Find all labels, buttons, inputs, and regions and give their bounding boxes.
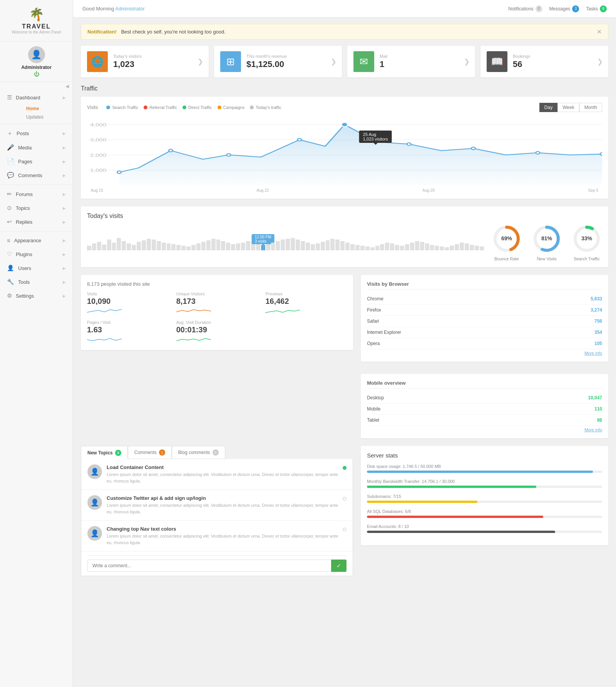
sidebar-label-tools: Tools [18,279,63,285]
topic-body-1: Load Container Content Lorem ipsum dolor… [107,464,338,484]
tab-comments[interactable]: Comments 1 [128,446,172,459]
sidebar-item-settings[interactable]: ⚙ Settings ▶ [0,289,73,303]
replies-icon: ↩ [7,218,12,225]
today-bar [326,240,330,250]
dashboard-icon: ☰ [7,94,12,101]
sidebar-label-plugins: Plugins [16,251,63,257]
referral-dot [144,106,147,109]
chevron-right-icon: ▶ [63,206,66,210]
legend-campaigns-label: Campaigns [223,105,245,110]
mail-arrow[interactable]: ❯ [464,57,470,66]
svg-text:3,000: 3,000 [90,137,106,142]
topic-title-2: Customize Twitter api & add sign up/logi… [107,495,338,501]
today-bar [400,246,404,250]
bookings-arrow[interactable]: ❯ [597,57,603,66]
sidebar-item-media[interactable]: 🎤 Media ▶ [0,141,73,154]
period-month-button[interactable]: Month [579,103,602,112]
today-bar [236,243,240,250]
search-traffic-label: Search Traffic [574,256,600,261]
power-icon[interactable]: ⏻ [34,71,39,77]
legend-direct-label: Direct Traffic [188,105,212,110]
opera-name: Opera [367,341,380,346]
today-bar [191,245,196,250]
visits-sparkline [87,307,122,314]
mobile-count: 110 [594,406,602,412]
chevron-right-icon: ▶ [63,252,66,256]
mobile-tablet: Tablet 86 [367,415,602,426]
today-bar [221,241,225,250]
sidebar-item-posts[interactable]: ＋ Posts ▶ [0,126,73,141]
visitors-arrow[interactable]: ❯ [198,57,203,66]
today-bar [92,243,96,250]
sidebar-item-topics[interactable]: ⊙ Topics ▶ [0,201,73,215]
subdomains-label: Subdomains: 7/15 [367,494,602,499]
today-bar [420,242,424,250]
forums-icon: ✏ [7,191,12,198]
right-panel: Visits by Browser Chrome 5,633 Firefox 3… [361,275,608,438]
comment-input[interactable] [87,560,331,572]
messages-badge[interactable]: Messages 3 [549,5,579,12]
tab-blog-comments[interactable]: Blog comments 0 [172,446,225,459]
browser-opera: Opera 105 [367,338,602,349]
firefox-name: Firefox [367,307,381,313]
today-bar [231,244,235,250]
mail-info: Mail 1 [380,54,387,69]
notification-close-button[interactable]: ✕ [597,28,602,35]
period-day-button[interactable]: Day [539,103,557,112]
server-stat-email: Email Accounts: 8 / 10 [367,524,602,533]
bookings-icon: 📖 [487,51,507,72]
traffic-chart: 4,000 3,000 2,000 1,000 [87,116,602,185]
sidebar-collapse-btn[interactable]: ◀ [65,84,69,89]
sidebar-item-updates[interactable]: Updates [13,113,73,121]
today-bar [196,243,201,250]
sidebar-item-tools[interactable]: 🔧 Tools ▶ [0,275,73,289]
revenue-arrow[interactable]: ❯ [331,57,336,66]
today-bar [132,245,136,250]
safari-count: 756 [594,318,602,324]
period-buttons: Day Week Month [539,103,602,112]
comments-label: Comments [134,450,157,455]
sidebar-label-forums: Forums [16,191,63,197]
sidebar-item-users[interactable]: 👤 Users ▶ [0,261,73,275]
sidebar-item-replies[interactable]: ↩ Replies ▶ [0,215,73,229]
browser-more-link[interactable]: More info [367,351,602,355]
tooltip-date: 25 Aug [363,132,388,137]
sidebar-avatar: 👤 Administrator ⏻ [0,42,73,82]
visitors-label: Today's visitors [113,54,142,59]
period-week-button[interactable]: Week [557,103,579,112]
comments-icon: 💬 [7,172,14,179]
sidebar-item-forums[interactable]: ✏ Forums ▶ [0,187,73,201]
chevron-right-icon: ▶ [63,159,66,164]
mobile-more-link[interactable]: More info [367,427,602,432]
site-stats: 8,173 people visited this site Visits 10… [81,275,353,350]
sidebar-item-dashboard[interactable]: ☰ Dashboard ▶ [0,90,73,104]
revenue-value: $1,125.00 [246,59,287,69]
today-bar [311,244,315,250]
today-bar [206,240,211,250]
tasks-badge[interactable]: Tasks 6 [586,5,607,12]
comment-submit-button[interactable]: ✓ [331,560,346,572]
tab-new-topics[interactable]: New Topics 3 [81,446,128,459]
today-bar [365,246,370,250]
new-topics-label: New Topics [87,450,113,456]
sidebar-item-pages[interactable]: 📄 Pages ▶ [0,154,73,168]
topic-avatar-2: 👤 [87,495,102,510]
sidebar-item-comments[interactable]: 💬 Comments ▶ [0,168,73,182]
disk-label: Disk space usage: 1,746.5 / 50,000 MB [367,464,602,469]
chevron-right-icon: ▶ [63,96,66,100]
chart-label-1: Aug 15 [91,188,103,193]
today-bar [345,243,350,250]
donut-row: 69% Bounce Rate 81% New Visits [491,223,602,261]
svg-point-8 [117,171,121,174]
unique-sparkline [176,307,211,314]
col-left: 8,173 people visited this site Visits 10… [81,275,353,438]
sidebar-item-home[interactable]: Home [13,104,73,113]
notifications-badge[interactable]: Notifications 0 [508,5,542,12]
mail-label: Mail [380,54,387,59]
svg-text:2,000: 2,000 [90,152,106,158]
sidebar-item-appearance[interactable]: ≡ Appearance ▶ [0,234,73,247]
today-bar [87,246,91,250]
topbar-username[interactable]: Administrator [115,6,145,12]
sidebar-item-plugins[interactable]: ♡ Plugins ▶ [0,247,73,261]
email-bar-fill [367,531,555,533]
